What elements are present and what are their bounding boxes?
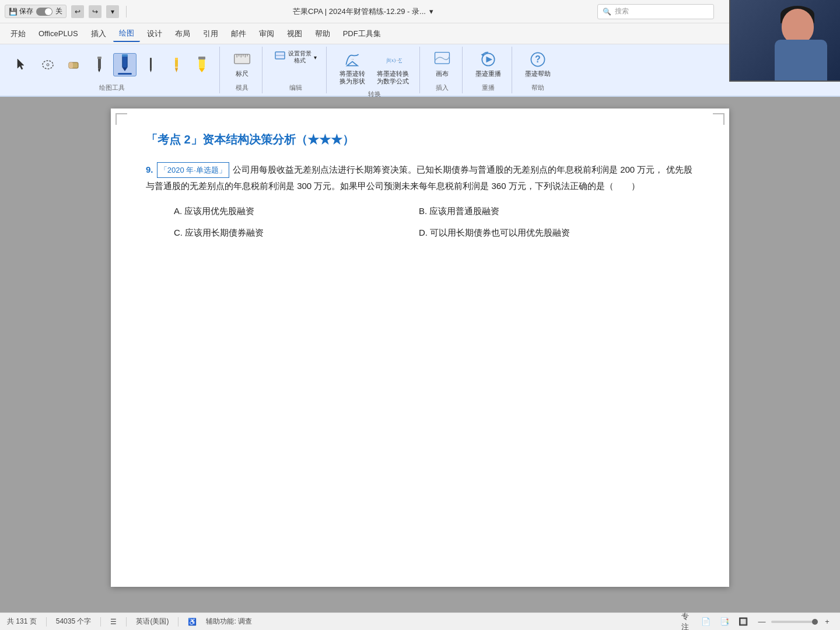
menu-officeplus[interactable]: OfficePLUS (33, 27, 84, 40)
svg-rect-18 (198, 57, 205, 60)
svg-point-1 (47, 64, 49, 66)
svg-text:→: → (350, 57, 354, 62)
menu-help[interactable]: 帮助 (309, 26, 336, 41)
svg-rect-14 (175, 58, 178, 60)
svg-marker-17 (199, 68, 205, 72)
person-head (782, 9, 814, 44)
status-sep-2 (100, 617, 101, 626)
zoom-out-button[interactable]: — (756, 616, 768, 628)
title-bar: 💾 保存 关 ↩ ↪ ▾ 芒果CPA | 2024年财管精练-12.29 - 录… (0, 0, 840, 23)
highlighter-button[interactable] (190, 54, 214, 75)
webcam-overlay (729, 0, 840, 82)
pen-thin-icon (142, 57, 159, 73)
zoom-slider[interactable] (771, 621, 818, 623)
ink-help-button[interactable]: ? 墨迹帮助 (520, 48, 555, 80)
web-view-button[interactable]: 🔲 (737, 616, 749, 628)
ribbon-group-edit: 设置背景格式 ▾ 编辑 (265, 47, 327, 93)
quick-access-dropdown[interactable]: ▾ (106, 5, 119, 18)
pen-thin-button[interactable] (139, 54, 162, 75)
ribbon-group-canvas: 画布 插入 (422, 47, 463, 93)
accessibility-label: 辅助功能: 调查 (206, 617, 252, 626)
lasso-tool-button[interactable] (36, 54, 60, 75)
bg-format-icon (274, 51, 286, 64)
svg-rect-9 (122, 54, 128, 57)
title-dropdown-icon[interactable]: ▾ (429, 7, 433, 16)
bg-format-dropdown[interactable]: ▾ (314, 54, 317, 61)
section-title: 「考点 2」资本结构决策分析（★★★） (146, 132, 694, 148)
ribbon-group-replay: 墨迹重播 重播 (465, 47, 512, 93)
pen-blue-indicator (118, 73, 132, 75)
svg-text:∑: ∑ (398, 57, 401, 63)
eraser-tool-button[interactable] (62, 54, 85, 75)
canvas-group-label: 插入 (436, 81, 449, 92)
edit-group-label: 编辑 (289, 81, 302, 92)
question-tag: 「2020 年·单选题」 (157, 162, 229, 178)
menu-start[interactable]: 开始 (5, 26, 32, 41)
menu-insert[interactable]: 插入 (85, 26, 112, 41)
redo-button[interactable]: ↪ (89, 5, 102, 18)
menu-pdf[interactable]: PDF工具集 (337, 26, 387, 41)
option-c-text: 应该用长期债券融资 (185, 228, 264, 237)
pencil-button[interactable] (164, 54, 188, 75)
pointer-tool-button[interactable] (10, 54, 34, 75)
canvas-button[interactable]: 画布 (428, 48, 456, 80)
to-shape-button[interactable]: → 将墨迹转换为形状 (335, 48, 370, 88)
canvas-label: 画布 (436, 70, 449, 78)
replay-button[interactable]: 墨迹重播 (471, 48, 506, 80)
read-view-button[interactable]: 📄 (700, 616, 712, 628)
highlighter-icon (194, 57, 210, 73)
document-title: 芒果CPA | 2024年财管精练-12.29 - 录... ▾ (134, 6, 593, 17)
page-count: 共 131 页 (7, 617, 37, 626)
autosave-toggle[interactable] (36, 8, 52, 16)
menu-mail[interactable]: 邮件 (225, 26, 252, 41)
ruler-group-label: 模具 (236, 81, 249, 92)
to-formula-button[interactable]: ∫f(x) → ∑ 将墨迹转换为数学公式 (372, 48, 414, 88)
to-formula-label: 将墨迹转换为数学公式 (377, 70, 409, 85)
svg-text:?: ? (535, 54, 541, 64)
svg-marker-8 (123, 68, 127, 71)
to-formula-icon: ∫f(x) → ∑ (384, 50, 402, 69)
undo-button[interactable]: ↩ (71, 5, 84, 18)
option-c: C. 应该用长期债券融资 (174, 225, 396, 240)
svg-rect-3 (69, 62, 73, 68)
doc-title-text: 芒果CPA | 2024年财管精练-12.29 - 录... (293, 6, 426, 17)
svg-rect-15 (175, 66, 178, 68)
svg-point-0 (43, 61, 53, 69)
save-button[interactable]: 💾 保存 关 (5, 5, 66, 18)
menu-view[interactable]: 视图 (281, 26, 308, 41)
zoom-in-button[interactable]: + (821, 616, 833, 628)
svg-marker-5 (98, 69, 100, 72)
help-group-label: 帮助 (531, 81, 544, 92)
zoom-thumb (812, 619, 818, 625)
menu-bar: 开始 OfficePLUS 插入 绘图 设计 布局 引用 邮件 审阅 视图 帮助… (0, 23, 840, 44)
pen-black-button[interactable] (88, 54, 111, 75)
option-d: D. 可以用长期债券也可以用优先股融资 (419, 225, 640, 240)
menu-draw[interactable]: 绘图 (113, 26, 140, 42)
status-bar: 共 131 页 54035 个字 ☰ 英语(美国) ♿ 辅助功能: 调查 专注 … (0, 612, 840, 630)
svg-rect-10 (150, 58, 152, 69)
zoom-controls: — + (756, 616, 833, 628)
menu-design[interactable]: 设计 (141, 26, 168, 41)
menu-review[interactable]: 审阅 (253, 26, 280, 41)
svg-text:∫f(x): ∫f(x) (386, 57, 396, 64)
pen-blue-button[interactable] (113, 53, 136, 76)
search-icon: 🔍 (603, 8, 611, 16)
svg-rect-6 (97, 57, 102, 59)
ruler-button[interactable]: 标尺 (228, 48, 256, 80)
options-row-1: A. 应该用优先股融资 B. 应该用普通股融资 (174, 203, 694, 219)
print-view-button[interactable]: 📑 (719, 616, 730, 628)
ribbon: 绘图工具 标尺 模具 (0, 44, 840, 97)
focus-button[interactable]: 专注 (681, 616, 693, 628)
eraser-icon (65, 57, 82, 73)
pointer-icon (14, 57, 30, 73)
svg-marker-13 (175, 68, 178, 72)
option-d-key: D. (419, 228, 428, 237)
search-bar[interactable]: 🔍 搜索 (597, 4, 714, 19)
menu-references[interactable]: 引用 (197, 26, 224, 41)
svg-rect-7 (123, 55, 127, 68)
svg-marker-28 (347, 62, 358, 66)
bg-format-button[interactable]: 设置背景格式 ▾ (271, 48, 320, 66)
menu-layout[interactable]: 布局 (169, 26, 196, 41)
option-b-text: 应该用普通股融资 (429, 206, 499, 216)
to-shape-icon: → (343, 50, 362, 69)
